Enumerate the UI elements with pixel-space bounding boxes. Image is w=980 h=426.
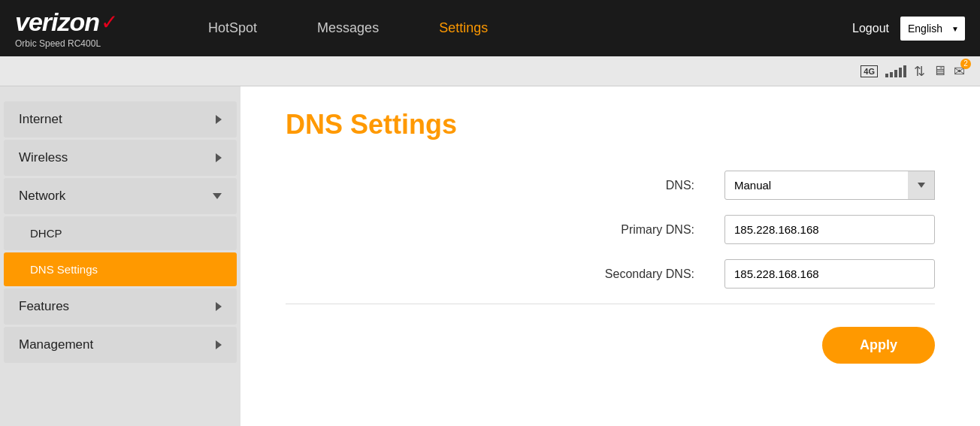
secondary-dns-row: Secondary DNS:	[286, 259, 935, 289]
chevron-down-icon	[213, 193, 222, 199]
logout-button[interactable]: Logout	[852, 22, 889, 35]
brand-checkmark: ✓	[101, 10, 118, 35]
bar-2	[890, 72, 893, 77]
page-title: DNS Settings	[286, 109, 935, 140]
sidebar-item-dns-label: DNS Settings	[30, 263, 98, 276]
nav-hotspot[interactable]: HotSpot	[208, 20, 257, 36]
sidebar-item-internet[interactable]: Internet	[4, 101, 237, 137]
sidebar-item-dhcp[interactable]: DHCP	[4, 216, 237, 250]
dns-label: DNS:	[559, 179, 694, 192]
sidebar-item-network[interactable]: Network	[4, 178, 237, 214]
sidebar-item-features-label: Features	[19, 299, 69, 314]
chevron-right-icon	[216, 340, 222, 349]
signal-bars	[885, 65, 906, 77]
message-badge: 2	[960, 59, 971, 69]
bar-4	[899, 68, 902, 77]
logo-area: verizon ✓ Orbic Speed RC400L	[15, 8, 118, 49]
sidebar-item-internet-label: Internet	[19, 112, 62, 127]
sidebar-item-management[interactable]: Management	[4, 327, 237, 363]
monitor-icon: 🖥	[933, 63, 946, 79]
header-right: Logout English	[852, 17, 965, 41]
primary-dns-label: Primary DNS:	[559, 223, 694, 237]
main-layout: Internet Wireless Network DHCP DNS Setti…	[0, 86, 980, 426]
sidebar-item-dns-settings[interactable]: DNS Settings	[4, 252, 237, 286]
sidebar-item-wireless[interactable]: Wireless	[4, 140, 237, 176]
transfer-icon: ⇅	[914, 63, 925, 80]
language-wrapper: English	[900, 17, 965, 41]
bar-3	[894, 70, 897, 77]
chevron-right-icon	[216, 115, 222, 124]
secondary-dns-label: Secondary DNS:	[559, 267, 694, 281]
sidebar-item-features[interactable]: Features	[4, 289, 237, 325]
apply-button[interactable]: Apply	[822, 327, 935, 364]
dns-select[interactable]: Manual Auto	[724, 171, 935, 200]
divider	[286, 304, 935, 304]
device-subtitle: Orbic Speed RC400L	[15, 38, 118, 49]
header: verizon ✓ Orbic Speed RC400L HotSpot Mes…	[0, 0, 980, 56]
sidebar-item-dhcp-label: DHCP	[30, 227, 62, 240]
primary-dns-input[interactable]	[724, 215, 935, 244]
bar-1	[885, 74, 888, 77]
bar-5	[903, 65, 906, 77]
dns-select-wrapper: Manual Auto	[724, 171, 935, 200]
4g-indicator: 4G	[861, 65, 878, 77]
dns-row: DNS: Manual Auto	[286, 171, 935, 200]
bottom-bar: Apply	[286, 319, 935, 371]
chevron-right-icon	[216, 153, 222, 162]
primary-dns-row: Primary DNS:	[286, 215, 935, 244]
messages-icon: ✉ 2	[954, 63, 965, 80]
secondary-dns-input[interactable]	[724, 259, 935, 289]
nav-settings[interactable]: Settings	[439, 20, 488, 36]
sidebar-item-network-label: Network	[19, 189, 65, 204]
chevron-right-icon	[216, 302, 222, 311]
language-selector[interactable]: English	[900, 17, 965, 41]
brand-name: verizon	[15, 8, 99, 37]
sidebar: Internet Wireless Network DHCP DNS Setti…	[0, 86, 240, 426]
sidebar-item-wireless-label: Wireless	[19, 150, 68, 165]
dns-form: DNS: Manual Auto Primary DNS: Se	[286, 171, 935, 289]
status-bar: 4G ⇅ 🖥 ✉ 2	[0, 56, 980, 86]
sidebar-item-management-label: Management	[19, 337, 93, 352]
content-area: DNS Settings DNS: Manual Auto Primary DN…	[240, 86, 980, 426]
nav-messages[interactable]: Messages	[317, 20, 379, 36]
main-nav: HotSpot Messages Settings	[208, 20, 852, 36]
